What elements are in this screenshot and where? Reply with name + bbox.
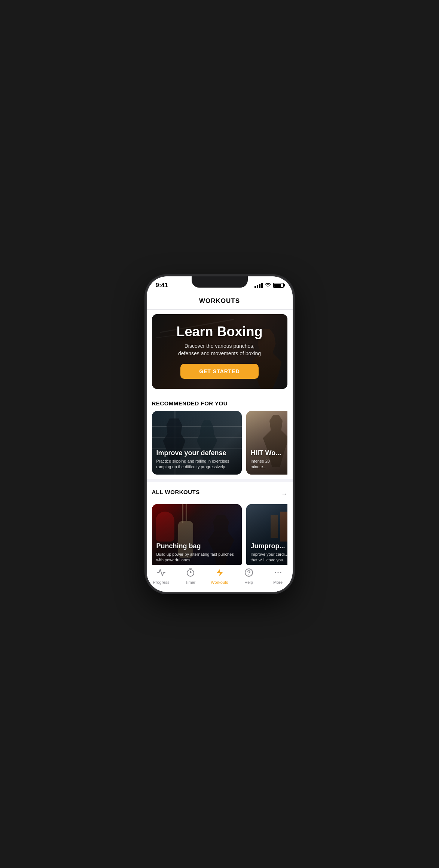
phone-frame: 9:41 WORKO xyxy=(147,276,293,592)
tab-timer[interactable]: Timer xyxy=(176,568,205,585)
tab-progress-label: Progress xyxy=(153,580,169,585)
punching-card-desc: Build up power by alternating fast punch… xyxy=(156,552,237,563)
hero-banner[interactable]: Learn Boxing Discover the various punche… xyxy=(152,314,287,389)
help-icon xyxy=(244,568,253,579)
status-icons xyxy=(254,282,284,288)
progress-icon xyxy=(157,568,166,579)
defense-card-content: Improve your defense Practice slipping a… xyxy=(156,449,237,470)
all-workouts-arrow-icon[interactable]: → xyxy=(281,491,287,497)
punching-bag-card[interactable]: Punching bag Build up power by alternati… xyxy=(152,504,242,565)
all-workouts-cards-scroll[interactable]: Punching bag Build up power by alternati… xyxy=(152,504,287,565)
tab-progress[interactable]: Progress xyxy=(147,568,176,585)
more-icon xyxy=(274,568,283,579)
page-title: WORKOUTS xyxy=(199,297,240,304)
notch xyxy=(192,276,248,288)
battery-icon xyxy=(273,283,284,288)
tab-more-label: More xyxy=(273,580,283,585)
tab-timer-label: Timer xyxy=(185,580,196,585)
defense-card-title: Improve your defense xyxy=(156,449,237,457)
recommended-title: RECOMMENDED FOR YOU xyxy=(152,400,287,407)
recommended-cards-scroll[interactable]: Improve your defense Practice slipping a… xyxy=(152,411,287,476)
main-content: WORKOUTS Learn Boxing Discover the vario… xyxy=(147,292,293,565)
tab-help-label: Help xyxy=(244,580,253,585)
tab-more[interactable]: More xyxy=(263,568,293,585)
jumprope-card-desc: Improve your cardi... that will leave yo… xyxy=(251,552,287,563)
signal-icon xyxy=(254,283,263,288)
divider-1 xyxy=(147,479,293,482)
jumprope-card[interactable]: Jumprop... Improve your cardi... that wi… xyxy=(246,504,287,565)
bolt-icon xyxy=(215,568,224,579)
tab-help[interactable]: Help xyxy=(234,568,263,585)
all-workouts-header: ALL WORKOUTS → xyxy=(152,489,287,500)
hiit-card-desc: Intense 20 minute... xyxy=(251,458,287,470)
timer-icon xyxy=(186,568,195,579)
jumprope-card-content: Jumprop... Improve your cardi... that wi… xyxy=(251,542,287,563)
wifi-icon xyxy=(265,282,271,288)
page-header: WORKOUTS xyxy=(147,292,293,310)
hiit-card[interactable]: HIIT Wo... Intense 20 minute... xyxy=(246,411,287,475)
svg-point-11 xyxy=(277,572,278,573)
hero-content: Learn Boxing Discover the various punche… xyxy=(152,314,287,389)
all-workouts-section: ALL WORKOUTS → xyxy=(147,482,293,565)
hiit-card-content: HIIT Wo... Intense 20 minute... xyxy=(251,449,287,470)
defense-card[interactable]: Improve your defense Practice slipping a… xyxy=(152,411,242,475)
defense-card-desc: Practice slipping and rolling in exercis… xyxy=(156,458,237,470)
svg-marker-7 xyxy=(216,569,223,576)
punching-card-title: Punching bag xyxy=(156,542,237,550)
punching-card-content: Punching bag Build up power by alternati… xyxy=(156,542,237,563)
hero-title: Learn Boxing xyxy=(176,324,262,340)
get-started-button[interactable]: GET STARTED xyxy=(180,364,259,379)
svg-point-10 xyxy=(275,572,276,573)
status-time: 9:41 xyxy=(156,282,168,289)
tab-workouts[interactable]: Workouts xyxy=(205,568,234,585)
hiit-card-title: HIIT Wo... xyxy=(251,449,287,457)
all-workouts-title: ALL WORKOUTS xyxy=(152,489,200,495)
jumprope-card-title: Jumprop... xyxy=(251,542,287,550)
svg-point-12 xyxy=(280,572,281,573)
tab-workouts-label: Workouts xyxy=(211,580,228,585)
hero-subtitle: Discover the various punches, defenses a… xyxy=(175,343,265,357)
tab-bar: Progress Timer xyxy=(147,565,293,592)
recommended-section: RECOMMENDED FOR YOU xyxy=(147,393,293,479)
phone-screen: 9:41 WORKO xyxy=(147,276,293,592)
